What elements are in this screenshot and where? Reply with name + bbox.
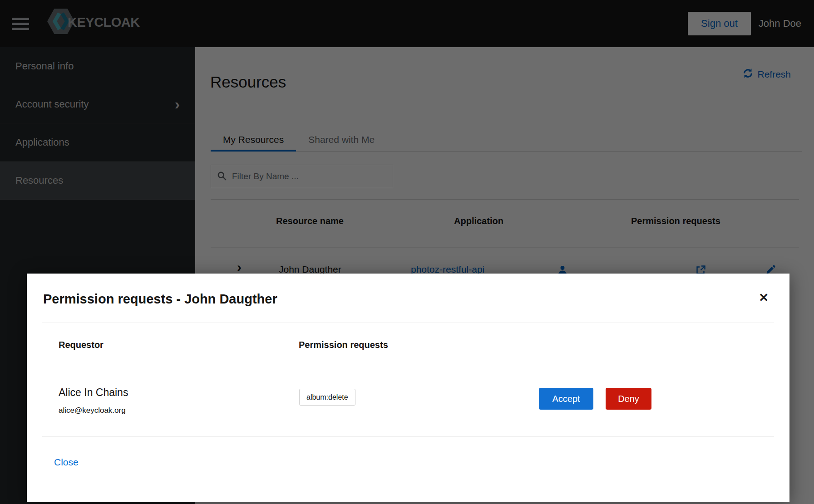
accept-button[interactable]: Accept [539,388,593,410]
close-icon[interactable]: ✕ [759,292,769,303]
deny-button[interactable]: Deny [606,388,651,410]
requestor-name: Alice In Chains [59,387,128,399]
modal-column-permission-requests: Permission requests [299,340,388,350]
permission-scope-chip: album:delete [299,389,355,406]
modal-column-requestor: Requestor [59,340,104,350]
modal-footer-divider [42,436,774,437]
close-link[interactable]: Close [54,457,79,468]
modal-header-divider [42,323,774,323]
permission-requests-modal: Permission requests - John Daugther ✕ Re… [27,274,789,502]
keycloak-account-console: KEYCLOAK Sign out John Doe Personal info… [0,0,814,504]
requestor-email: alice@keycloak.org [59,406,126,415]
modal-title: Permission requests - John Daugther [43,292,277,307]
